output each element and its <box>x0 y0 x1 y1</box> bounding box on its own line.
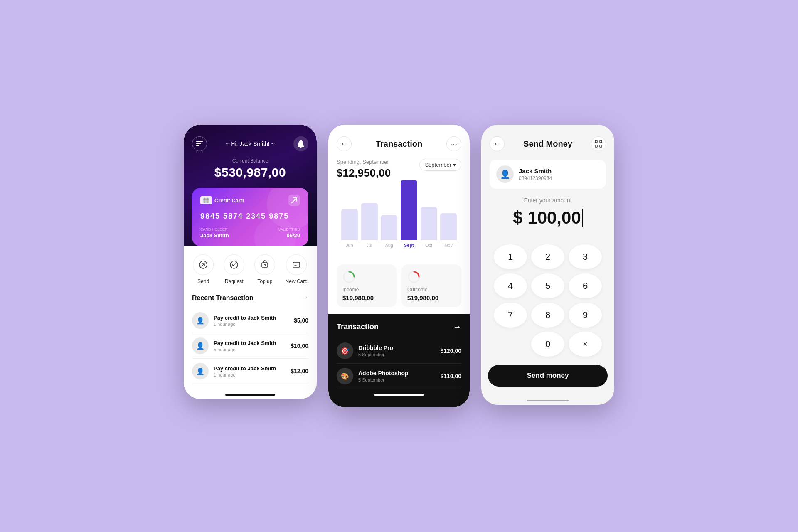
dark-txn-info: Adobe Photoshop 5 September <box>358 370 435 382</box>
avatar: 👤 <box>192 312 209 329</box>
greeting-text: ~ Hi, Jack Smith! ~ <box>226 140 274 147</box>
bar-value <box>421 207 437 240</box>
svg-rect-13 <box>293 262 300 267</box>
numpad-6[interactable]: 6 <box>569 273 602 298</box>
p1-header: ~ Hi, Jack Smith! ~ <box>192 136 308 151</box>
card-chip-icon <box>200 196 212 204</box>
numpad-row-2: 4 5 6 <box>488 273 608 298</box>
bar-value <box>341 209 358 240</box>
balance-section: Current Balance $530,987,00 <box>192 158 308 180</box>
request-label: Request <box>225 278 244 284</box>
numpad-7[interactable]: 7 <box>494 303 527 328</box>
phone-transaction: ← Transaction ··· Spending, September $1… <box>328 125 470 407</box>
numpad-9[interactable]: 9 <box>569 303 602 328</box>
numpad-0[interactable]: 0 <box>531 332 564 357</box>
newcard-label: New Card <box>286 278 308 284</box>
home-bar <box>527 400 569 401</box>
income-label: Income <box>342 287 391 293</box>
bar-nov: Nov <box>440 213 457 248</box>
bar-value <box>361 203 378 240</box>
svg-rect-8 <box>203 201 209 201</box>
text-cursor <box>582 209 583 227</box>
dark-txn-see-all[interactable]: → <box>453 322 461 332</box>
bar-aug: Aug <box>380 215 398 248</box>
balance-amount: $530,987,00 <box>192 165 308 180</box>
svg-point-12 <box>264 264 266 266</box>
table-row: 🎯 Dribbble Pro 5 September $120,00 <box>337 338 461 364</box>
notification-button[interactable] <box>293 136 308 151</box>
request-icon <box>224 254 244 275</box>
back-button[interactable]: ← <box>490 136 505 151</box>
svg-rect-6 <box>207 198 208 203</box>
spending-chart: Jun Jul Aug Sept <box>337 185 461 251</box>
action-newcard[interactable]: New Card <box>286 254 308 284</box>
scan-button[interactable] <box>591 136 606 151</box>
action-request[interactable]: Request <box>224 254 244 284</box>
recipient-name: Jack Smith <box>519 167 552 175</box>
bar-label: Nov <box>444 243 453 248</box>
numpad-5[interactable]: 5 <box>531 273 564 298</box>
bars-container: Jun Jul Aug Sept <box>341 185 457 251</box>
numpad-8[interactable]: 8 <box>531 303 564 328</box>
numpad-4[interactable]: 4 <box>494 273 527 298</box>
numpad-delete[interactable]: × <box>569 332 602 357</box>
phone-send-money: ← Send Money 👤 Jack Smith 089412390984 <box>481 125 614 405</box>
amount-value: $ 100,00 <box>513 208 581 228</box>
numpad-2[interactable]: 2 <box>531 244 564 269</box>
home-bar <box>374 394 424 396</box>
svg-rect-5 <box>204 198 205 203</box>
outcome-card: Outcome $19,980,00 <box>401 264 461 307</box>
bar-value <box>440 213 457 240</box>
p3-title: Send Money <box>523 139 572 149</box>
dark-txn-date: 5 September <box>358 352 435 357</box>
screens-container: ~ Hi, Jack Smith! ~ Current Balance $530… <box>184 125 614 407</box>
dark-txn-amount: $110,00 <box>440 373 461 379</box>
svg-rect-21 <box>600 145 602 147</box>
dark-transaction-section: Transaction → 🎯 Dribbble Pro 5 September… <box>328 314 470 407</box>
menu-button[interactable] <box>192 136 207 151</box>
svg-rect-11 <box>262 263 268 267</box>
chevron-down-icon: ▾ <box>453 162 456 168</box>
bar-label: Jul <box>366 243 372 248</box>
recent-header: Recent Transaction → <box>192 293 308 302</box>
txn-amount: $12,00 <box>291 368 308 374</box>
home-indicator <box>184 389 317 399</box>
topup-label: Top up <box>257 278 272 284</box>
numpad-empty <box>494 332 527 357</box>
action-send[interactable]: Send <box>193 254 214 284</box>
numpad-3[interactable]: 3 <box>569 244 602 269</box>
back-button[interactable]: ← <box>337 136 352 151</box>
send-label: Send <box>197 278 209 284</box>
outcome-amount: $19,980,00 <box>407 294 456 301</box>
send-money-button[interactable]: Send money <box>488 365 608 387</box>
txn-name: Pay credit to Jack Smith <box>214 340 286 346</box>
table-row: 👤 Pay credit to Jack Smith 1 hour ago $1… <box>192 359 308 384</box>
svg-rect-18 <box>595 140 597 143</box>
bar-label: Oct <box>425 243 432 248</box>
send-btn-container: Send money <box>481 365 614 395</box>
card-send-icon[interactable] <box>288 195 300 206</box>
more-options-button[interactable]: ··· <box>446 136 461 151</box>
table-row: 🎨 Adobe Photoshop 5 September $110,00 <box>337 364 461 389</box>
card-valid-date: 06/20 <box>278 232 300 239</box>
bar-jul: Jul <box>361 203 378 248</box>
recipient-card: 👤 Jack Smith 089412390984 <box>490 160 606 189</box>
table-row: 👤 Pay credit to Jack Smith 1 hour ago $5… <box>192 308 308 333</box>
outcome-label: Outcome <box>407 287 456 293</box>
recipient-phone: 089412390984 <box>519 175 552 181</box>
recipient-avatar: 👤 <box>496 165 514 183</box>
card-bottom-row: Card Holder Jack Smith Valid Thru 06/20 <box>200 227 300 239</box>
month-selector[interactable]: September ▾ <box>419 159 461 171</box>
card-label: Credit Card <box>200 196 244 204</box>
avatar: 👤 <box>192 363 209 379</box>
numpad-1[interactable]: 1 <box>494 244 527 269</box>
topup-icon <box>254 254 275 275</box>
recent-see-all[interactable]: → <box>301 293 308 302</box>
bar-jun: Jun <box>341 209 358 248</box>
action-topup[interactable]: Top up <box>254 254 275 284</box>
p2-title: Transaction <box>376 139 422 149</box>
spending-info: Spending, September $12,950,00 <box>337 159 391 180</box>
bar-label: Jun <box>346 243 353 248</box>
phone-dashboard: ~ Hi, Jack Smith! ~ Current Balance $530… <box>184 125 317 399</box>
card-holder-section: Card Holder Jack Smith <box>200 227 229 239</box>
